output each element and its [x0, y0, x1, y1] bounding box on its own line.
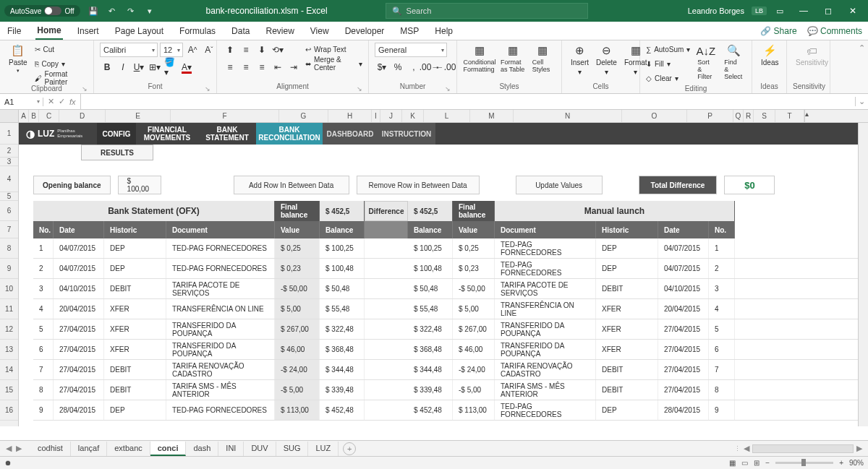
view-layout-icon[interactable]: ▭: [741, 459, 748, 467]
cell[interactable]: [365, 340, 408, 359]
format-table-button[interactable]: ▦Format as Table: [498, 43, 528, 74]
table-row[interactable]: 827/04/2015DEBITTARIFA SMS - MÊS ANTERIO…: [33, 380, 858, 400]
enter-formula-icon[interactable]: ✓: [59, 97, 65, 106]
row-header-11[interactable]: 11: [0, 299, 18, 319]
sensitivity-button[interactable]: 🏷Sensitivity: [793, 43, 831, 68]
cut-button[interactable]: ✂Cut: [35, 43, 88, 56]
border-button[interactable]: ⊞▾: [148, 60, 162, 74]
ribbon-tab-page-layout[interactable]: Page Layout: [114, 23, 165, 39]
col-header-D[interactable]: D: [59, 110, 106, 122]
indent-inc-icon[interactable]: ⇥: [286, 60, 301, 74]
expand-formula-bar-icon[interactable]: ⌄: [855, 97, 868, 106]
cell[interactable]: TARIFA SMS - MÊS ANTERIOR: [166, 380, 275, 400]
autosave-toggle[interactable]: AutoSave Off: [4, 5, 80, 17]
alignment-dialog-icon[interactable]: ↘: [357, 85, 362, 92]
number-format-combo[interactable]: General: [375, 43, 447, 57]
cell[interactable]: XFER: [104, 340, 166, 359]
font-color-button[interactable]: A▾: [179, 60, 194, 74]
wrap-text-button[interactable]: ↩Wrap Text: [305, 43, 362, 56]
copy-button[interactable]: ⎘Copy ▾: [35, 57, 88, 70]
cell[interactable]: $ 113,00: [453, 400, 495, 420]
cond-format-button[interactable]: ▦Conditional Formatting: [463, 43, 496, 74]
cell[interactable]: -$ 5,00: [275, 380, 320, 400]
col-header-P[interactable]: P: [687, 110, 733, 122]
cell[interactable]: 27/04/2015: [54, 340, 104, 359]
cell[interactable]: [365, 259, 408, 278]
table-row[interactable]: 304/10/2015DEBITTARIFA PACOTE DE SERVIÇO…: [33, 279, 858, 299]
row-header-7[interactable]: 7: [0, 221, 18, 238]
hscroll-right-icon[interactable]: ▶: [856, 444, 862, 453]
cell[interactable]: $ 46,00: [275, 340, 320, 359]
zoom-value[interactable]: 90%: [849, 459, 864, 467]
cell[interactable]: $ 322,48: [320, 319, 365, 339]
cell[interactable]: $ 267,00: [275, 319, 320, 339]
cell[interactable]: 9: [709, 400, 735, 420]
nav-config[interactable]: CONFIG: [97, 123, 136, 145]
col-header-I[interactable]: I: [372, 110, 380, 122]
underline-button[interactable]: U▾: [132, 60, 146, 74]
cell[interactable]: TRANSFERÊNCIA ON LINE: [166, 299, 275, 319]
align-left-icon[interactable]: ≡: [223, 60, 237, 74]
ribbon-tab-home[interactable]: Home: [35, 22, 62, 40]
row-header-6[interactable]: 6: [0, 201, 18, 221]
save-icon[interactable]: 💾: [88, 5, 99, 17]
cell[interactable]: TRANSFERIDO DA POUPANÇA: [495, 340, 596, 359]
cell[interactable]: 3: [709, 279, 735, 298]
cell[interactable]: 28/04/2015: [54, 400, 104, 420]
ribbon-tab-data[interactable]: Data: [230, 23, 251, 39]
sheet-nav-prev-icon[interactable]: ◀: [6, 444, 12, 453]
cell[interactable]: $ 5,00: [275, 299, 320, 319]
align-top-icon[interactable]: ⬆: [223, 43, 237, 57]
cell[interactable]: 28/04/2015: [658, 400, 709, 420]
fill-button[interactable]: ⬇ Fill ▾: [646, 57, 690, 70]
ribbon-tab-view[interactable]: View: [309, 23, 331, 39]
indent-dec-icon[interactable]: ⇤: [271, 60, 285, 74]
cell[interactable]: $ 0,23: [275, 259, 320, 278]
ribbon-tab-developer[interactable]: Developer: [344, 23, 386, 39]
decrease-font-icon[interactable]: Aˇ: [202, 43, 216, 57]
hscroll-left-icon[interactable]: ◀: [744, 444, 749, 453]
fx-icon[interactable]: fx: [69, 98, 76, 106]
cell[interactable]: TED-PAG FORNECEDORES: [166, 400, 275, 420]
update-values-button[interactable]: Update Values: [516, 176, 603, 194]
comments-button[interactable]: 💬 Comments: [807, 26, 862, 36]
table-row[interactable]: 104/07/2015DEPTED-PAG FORNECEDORES$ 0,25…: [33, 238, 858, 259]
select-all-corner[interactable]: [0, 110, 19, 122]
col-header-A[interactable]: A: [19, 110, 29, 122]
cell[interactable]: 5: [33, 319, 54, 339]
row-header-3[interactable]: 3: [0, 158, 18, 166]
cell[interactable]: TARIFA RENOVAÇÃO CADASTRO: [166, 360, 275, 379]
cell[interactable]: -$ 24,00: [275, 360, 320, 379]
paste-button[interactable]: 📋 Paste ▾: [6, 43, 30, 75]
cell[interactable]: DEP: [104, 400, 166, 420]
cell[interactable]: 3: [33, 279, 54, 298]
ribbon-tab-insert[interactable]: Insert: [76, 23, 101, 39]
col-header-L[interactable]: L: [424, 110, 470, 122]
sheet-tab-dash[interactable]: dash: [186, 442, 218, 456]
cell[interactable]: TARIFA PACOTE DE SERVIÇOS: [166, 279, 275, 298]
cell[interactable]: $ 339,48: [408, 380, 453, 400]
table-row[interactable]: 727/04/2015DEBITTARIFA RENOVAÇÃO CADASTR…: [33, 360, 858, 380]
nav-instruction[interactable]: INSTRUCTION: [378, 123, 435, 145]
clear-button[interactable]: ◇ Clear ▾: [646, 72, 690, 85]
cell[interactable]: $ 452,48: [408, 400, 453, 420]
format-painter-button[interactable]: 🖌Format Painter: [35, 72, 88, 85]
col-header-G[interactable]: G: [279, 110, 328, 122]
zoom-out-icon[interactable]: −: [765, 459, 770, 467]
cell[interactable]: DEP: [596, 238, 658, 258]
cell[interactable]: DEBIT: [596, 380, 658, 400]
worksheet-area[interactable]: ◑ LUZ Planilhas Empresariais CONFIG FINA…: [19, 123, 858, 426]
row-header-2[interactable]: 2: [0, 145, 18, 158]
cell[interactable]: 6: [33, 340, 54, 359]
italic-button[interactable]: I: [116, 60, 130, 74]
nav-dashboard[interactable]: DASHBOARD: [323, 123, 378, 145]
cell[interactable]: TARIFA RENOVAÇÃO CADASTRO: [495, 360, 596, 379]
cell[interactable]: 27/04/2015: [658, 360, 709, 379]
cell[interactable]: [365, 319, 408, 339]
decrease-decimal-icon[interactable]: ←.00: [438, 60, 453, 74]
percent-icon[interactable]: %: [391, 60, 405, 74]
add-sheet-button[interactable]: +: [343, 442, 356, 455]
nav-bank-recon[interactable]: BANK RECONCILIATION: [256, 123, 323, 145]
find-select-button[interactable]: 🔍Find & Select: [721, 43, 746, 82]
cancel-formula-icon[interactable]: ✕: [48, 97, 54, 106]
